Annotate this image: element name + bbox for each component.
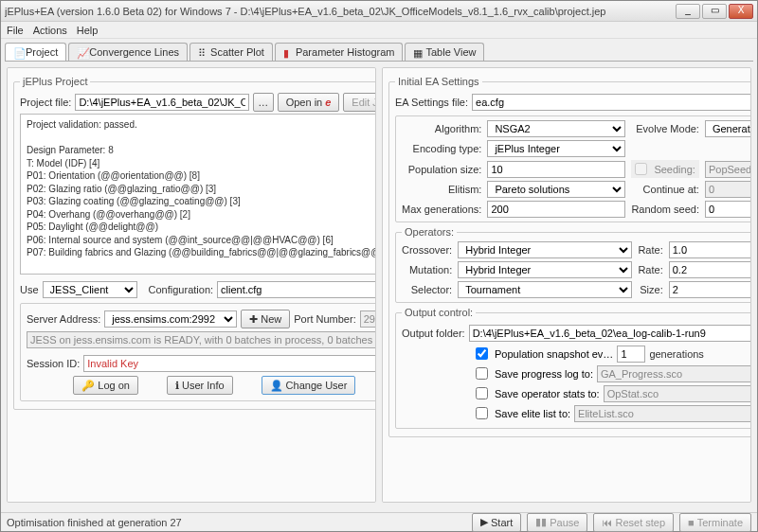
pause-icon: ▮▮ (535, 516, 547, 528)
pause-button[interactable]: ▮▮Pause (527, 513, 587, 532)
snapshot-n-input[interactable] (617, 346, 645, 363)
sel-size-label: Size: (638, 284, 662, 295)
close-button[interactable]: X (729, 4, 753, 19)
opstat-input (604, 385, 751, 402)
proglog-check[interactable]: Save progress log to: (472, 364, 593, 382)
enc-label: Encoding type: (402, 143, 481, 154)
status-message: Optimisation finished at generation 27 (7, 517, 466, 528)
reset-button[interactable]: ⏮Reset step (593, 513, 674, 532)
elite-check[interactable]: Save elite list to: (472, 404, 570, 422)
port-label: Port Number: (294, 313, 355, 325)
new-icon: ✚ (249, 313, 258, 326)
play-icon: ▶ (480, 516, 488, 528)
tab-scatter[interactable]: ⠿Scatter Plot (190, 43, 273, 61)
statusbar: Optimisation finished at generation 27 ▶… (1, 512, 757, 531)
info-icon: ℹ (175, 380, 179, 392)
rseed-input[interactable] (705, 201, 751, 218)
edit-json-button[interactable]: Edit JSON (343, 93, 376, 112)
sel-size-input[interactable] (669, 281, 751, 298)
open-in-button[interactable]: Open in e (278, 93, 340, 112)
sel-select[interactable]: Tournament (458, 281, 632, 298)
logon-button[interactable]: 🔑Log on (73, 376, 138, 395)
tab-table[interactable]: ▦Table View (405, 43, 484, 61)
seedfile-input (705, 161, 751, 178)
evolve-label: Evolve Mode: (631, 123, 699, 134)
changeuser-button[interactable]: 👤Change User (262, 376, 356, 395)
tab-convergence[interactable]: 📈Convergence Lines (68, 43, 188, 61)
tab-project[interactable]: 📄Project (5, 43, 66, 61)
mut-select[interactable]: Hybrid Integer (458, 261, 632, 278)
mut-rate-input[interactable] (669, 261, 751, 278)
cross-select[interactable]: Hybrid Integer (458, 241, 632, 258)
use-select[interactable]: JESS_Client (43, 281, 137, 298)
tabstrip: 📄Project 📈Convergence Lines ⠿Scatter Plo… (5, 43, 753, 62)
jeplus-project-title: jEPlus Project (20, 76, 90, 87)
mut-label: Mutation: (402, 264, 452, 275)
scatter-icon: ⠿ (198, 47, 208, 57)
terminate-button[interactable]: ■Terminate (679, 513, 751, 532)
tab-histogram[interactable]: ▮Parameter Histogram (275, 43, 404, 61)
app-window: jEPlus+EA (version 1.6.0 Beta 02) for Wi… (0, 0, 758, 532)
rewind-icon: ⏮ (602, 517, 612, 528)
pop-label: Population size: (402, 164, 481, 175)
easettings-label: EA Settings file: (395, 97, 468, 108)
jess-status-field (27, 331, 376, 348)
mut-rate-label: Rate: (638, 264, 662, 275)
projectfile-input[interactable] (75, 94, 248, 111)
elit-select[interactable]: Pareto solutions (487, 181, 625, 198)
eplus-e-icon: e (325, 97, 331, 108)
config-input[interactable] (217, 281, 376, 298)
key-icon: 🔑 (81, 380, 95, 392)
session-label: Session ID: (27, 358, 80, 369)
use-label: Use (20, 284, 39, 295)
elite-input (574, 405, 751, 422)
menu-actions[interactable]: Actions (33, 25, 67, 36)
outf-label: Output folder: (402, 328, 465, 339)
new-server-button[interactable]: ✚New (241, 310, 290, 328)
titlebar[interactable]: jEPlus+EA (version 1.6.0 Beta 02) for Wi… (1, 1, 757, 22)
minimize-button[interactable]: _ (676, 4, 700, 19)
algo-select[interactable]: NSGA2 (487, 120, 625, 137)
menubar: File Actions Help (1, 22, 757, 39)
cross-rate-input[interactable] (669, 241, 751, 258)
output-title: Output control: (402, 307, 476, 318)
snapshot-check[interactable]: Population snapshot ev… (472, 345, 613, 363)
config-label: Configuration: (149, 284, 214, 295)
user-icon: 👤 (270, 380, 283, 392)
session-input[interactable] (83, 355, 376, 372)
cross-rate-label: Rate: (638, 244, 662, 256)
start-button[interactable]: ▶Start (472, 513, 521, 532)
cross-label: Crossover: (402, 244, 452, 256)
histogram-icon: ▮ (283, 47, 293, 57)
projectfile-browse-button[interactable]: … (253, 93, 274, 112)
window-title: jEPlus+EA (version 1.6.0 Beta 02) for Wi… (5, 6, 676, 17)
validation-textbox[interactable]: Project validation: passed. Design Param… (20, 114, 376, 275)
document-icon: 📄 (13, 47, 23, 57)
maximize-button[interactable]: ▭ (702, 4, 727, 19)
ea-settings-title: Initial EA Settings (395, 76, 482, 87)
pop-input[interactable] (487, 161, 625, 178)
opstat-check[interactable]: Save operator stats to: (472, 384, 600, 402)
evolve-select[interactable]: Generational (705, 120, 751, 137)
enc-select[interactable]: jEPlus Integer (487, 140, 625, 157)
outf-input[interactable] (469, 325, 751, 342)
proglog-input (597, 365, 751, 382)
server-select[interactable]: jess.ensims.com:2992 (104, 310, 237, 328)
seeding-check[interactable]: Seeding: (631, 160, 699, 178)
stop-icon: ■ (688, 517, 695, 528)
sel-label: Selector: (402, 284, 452, 295)
operators-title: Operators: (402, 226, 457, 238)
maxgen-input[interactable] (487, 201, 625, 218)
cont-input (705, 181, 751, 198)
server-label: Server Address: (27, 313, 100, 325)
rseed-label: Random seed: (631, 204, 699, 215)
projectfile-label: Project file: (20, 97, 71, 108)
ea-settings-panel: Initial EA Settings EA Settings file: … … (382, 67, 751, 503)
userinfo-button[interactable]: ℹUser Info (167, 376, 233, 395)
easettings-input[interactable] (472, 94, 751, 111)
menu-file[interactable]: File (7, 25, 24, 36)
lines-icon: 📈 (77, 47, 86, 57)
maxgen-label: Max generations: (402, 204, 481, 215)
snapshot-gen-label: generations (649, 348, 704, 360)
menu-help[interactable]: Help (77, 25, 99, 36)
